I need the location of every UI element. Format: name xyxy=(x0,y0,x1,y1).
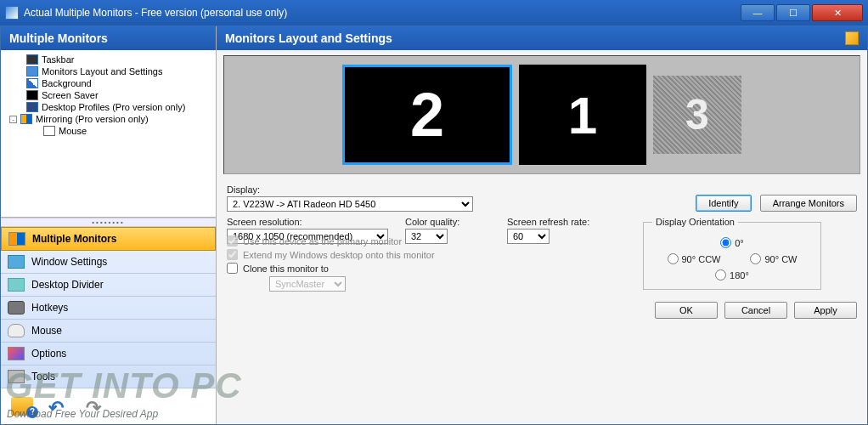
right-header-title: Monitors Layout and Settings xyxy=(225,31,845,45)
tree-label: Mouse xyxy=(59,126,87,136)
options-icon xyxy=(8,347,25,360)
monitor-2[interactable]: 2 xyxy=(342,65,512,165)
orientation-0-radio[interactable] xyxy=(720,237,731,248)
display-label: Display: xyxy=(227,184,482,195)
category-list: Multiple Monitors Window Settings Deskto… xyxy=(1,227,216,388)
right-panel-header: Monitors Layout and Settings xyxy=(217,26,867,50)
orientation-90ccw[interactable]: 90° CCW xyxy=(668,253,721,264)
settings-area: Display: 2. V223W -> ATI Radeon HD 5450 … xyxy=(217,179,867,295)
desktop-icon xyxy=(26,102,38,112)
app-icon xyxy=(5,6,19,20)
orientation-90cw-radio[interactable] xyxy=(750,253,761,264)
header-action-icon[interactable] xyxy=(845,31,859,45)
category-label: Options xyxy=(31,348,66,360)
refresh-label: Screen refresh rate: xyxy=(507,217,634,227)
ok-button[interactable]: OK xyxy=(655,302,718,319)
mouse-icon xyxy=(8,324,25,337)
background-icon xyxy=(26,78,38,88)
monitor-1[interactable]: 1 xyxy=(519,65,646,165)
divider-icon xyxy=(8,278,25,292)
primary-monitor-checkbox xyxy=(227,235,238,246)
orientation-180[interactable]: 180° xyxy=(715,269,749,280)
close-button[interactable]: ✕ xyxy=(812,4,863,21)
window-title: Actual Multiple Monitors - Free version … xyxy=(24,7,741,19)
taskbar-icon xyxy=(26,54,38,65)
clone-monitor-check[interactable]: Clone this monitor to xyxy=(227,263,617,274)
undo-icon[interactable]: ↶ xyxy=(48,397,70,416)
left-panel: Multiple Monitors Taskbar Monitors Layou… xyxy=(1,26,217,424)
splitter-handle[interactable]: •••••••• xyxy=(1,218,216,227)
category-mouse[interactable]: Mouse xyxy=(1,320,216,343)
tools-icon xyxy=(8,370,25,383)
tree-label: Mirroring (Pro version only) xyxy=(36,114,149,124)
category-desktop-divider[interactable]: Desktop Divider xyxy=(1,274,216,297)
monitor-layout-canvas[interactable]: 2 1 3 xyxy=(223,55,860,174)
category-label: Tools xyxy=(31,371,55,382)
collapse-icon[interactable]: - xyxy=(9,116,17,123)
maximize-button[interactable]: ☐ xyxy=(776,4,810,21)
bottom-toolbar: ↶ ↷ xyxy=(1,388,216,424)
category-label: Window Settings xyxy=(31,256,107,268)
tree-item-saver[interactable]: Screen Saver xyxy=(4,89,212,101)
apply-button[interactable]: Apply xyxy=(794,302,857,319)
arrange-monitors-button[interactable]: Arrange Monitors xyxy=(760,195,857,212)
extend-desktop-checkbox xyxy=(227,249,238,260)
titlebar: Actual Multiple Monitors - Free version … xyxy=(0,0,868,26)
monitors-icon xyxy=(26,66,38,76)
window-icon xyxy=(8,255,25,269)
orientation-90ccw-radio[interactable] xyxy=(668,253,679,264)
monitors-icon xyxy=(8,232,25,246)
orientation-legend: Display Orientation xyxy=(652,217,738,227)
category-hotkeys[interactable]: Hotkeys xyxy=(1,297,216,320)
identify-button[interactable]: Identify xyxy=(696,195,751,212)
tree-item-background[interactable]: Background xyxy=(4,77,212,89)
clone-monitor-checkbox[interactable] xyxy=(227,263,238,274)
redo-icon[interactable]: ↷ xyxy=(86,397,108,416)
category-label: Hotkeys xyxy=(31,302,68,314)
mirror-icon xyxy=(20,114,32,124)
footer-buttons: OK Cancel Apply xyxy=(217,295,867,326)
orientation-90cw[interactable]: 90° CW xyxy=(750,253,797,264)
color-quality-select[interactable]: 32 xyxy=(405,229,448,244)
category-tools[interactable]: Tools xyxy=(1,366,216,388)
color-label: Color quality: xyxy=(405,217,499,227)
help-icon[interactable] xyxy=(11,397,33,416)
tree-label: Taskbar xyxy=(42,54,75,65)
tree-label: Screen Saver xyxy=(42,90,99,100)
orientation-180-radio[interactable] xyxy=(715,269,726,280)
category-label: Mouse xyxy=(31,325,62,337)
tree-item-layout[interactable]: Monitors Layout and Settings xyxy=(4,65,212,77)
display-select[interactable]: 2. V223W -> ATI Radeon HD 5450 xyxy=(227,196,473,212)
resolution-label: Screen resolution: xyxy=(227,217,397,227)
right-panel: Monitors Layout and Settings 2 1 3 Displ… xyxy=(217,26,867,424)
window-controls: — ☐ ✕ xyxy=(741,4,863,21)
refresh-rate-select[interactable]: 60 xyxy=(507,229,550,244)
left-panel-header: Multiple Monitors xyxy=(1,26,216,50)
category-multiple-monitors[interactable]: Multiple Monitors xyxy=(1,227,216,251)
keyboard-icon xyxy=(8,301,25,314)
tree-label: Monitors Layout and Settings xyxy=(42,66,162,76)
clone-target-select: SyncMaster xyxy=(269,276,346,292)
monitor-3[interactable]: 3 xyxy=(653,76,741,154)
cancel-button[interactable]: Cancel xyxy=(724,302,787,319)
mouse-icon xyxy=(43,126,55,136)
category-label: Multiple Monitors xyxy=(32,233,116,245)
tree-item-mirroring[interactable]: -Mirroring (Pro version only) xyxy=(4,113,212,125)
category-label: Desktop Divider xyxy=(31,279,104,291)
category-options[interactable]: Options xyxy=(1,343,216,366)
minimize-button[interactable]: — xyxy=(741,4,775,21)
screensaver-icon xyxy=(26,90,38,100)
extend-desktop-check: Extend my Windows desktop onto this moni… xyxy=(227,249,617,260)
orientation-0[interactable]: 0° xyxy=(720,237,744,248)
orientation-group: Display Orientation 0° 90° CCW 90° CW 18… xyxy=(643,217,821,290)
category-window-settings[interactable]: Window Settings xyxy=(1,251,216,274)
tree-label: Desktop Profiles (Pro version only) xyxy=(42,102,185,112)
settings-tree[interactable]: Taskbar Monitors Layout and Settings Bac… xyxy=(1,50,216,218)
tree-label: Background xyxy=(42,78,92,88)
tree-item-profiles[interactable]: Desktop Profiles (Pro version only) xyxy=(4,101,212,113)
tree-item-taskbar[interactable]: Taskbar xyxy=(4,54,212,65)
tree-item-mouse[interactable]: Mouse xyxy=(4,125,212,137)
